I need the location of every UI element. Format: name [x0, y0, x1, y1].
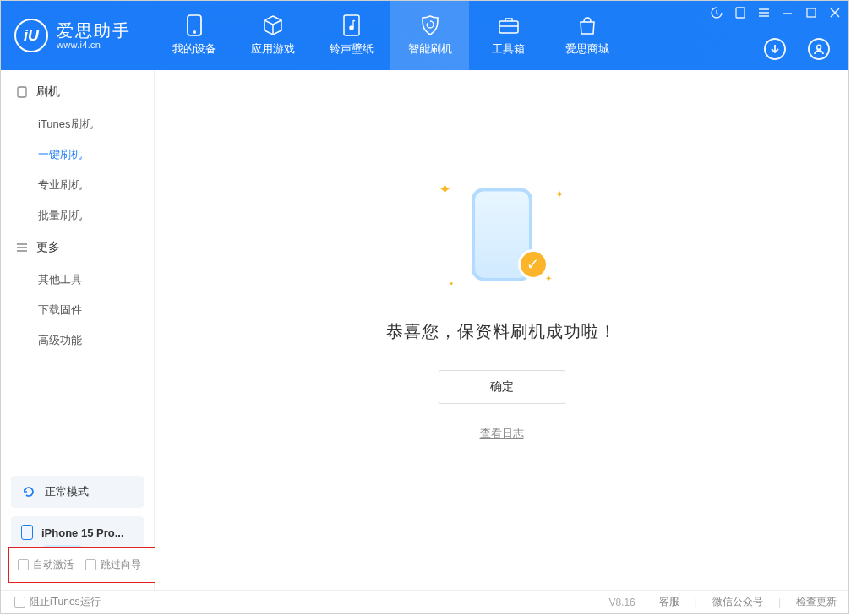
nav-tab-apps[interactable]: 应用游戏	[233, 1, 312, 70]
phone-device-icon	[21, 525, 33, 540]
auto-activate-checkbox[interactable]: 自动激活	[18, 558, 74, 572]
refresh-icon	[21, 484, 36, 499]
confirm-button[interactable]: 确定	[439, 370, 565, 404]
support-link[interactable]: 客服	[659, 595, 679, 609]
close-icon[interactable]	[828, 6, 842, 19]
bag-icon	[576, 14, 598, 36]
phone-window-icon[interactable]	[734, 6, 747, 19]
sparkle-icon: ✦	[555, 188, 564, 200]
device-name: iPhone 15 Pro...	[41, 526, 124, 539]
minimize-icon[interactable]	[781, 6, 794, 19]
mode-status-card[interactable]: 正常模式	[11, 476, 144, 508]
svg-rect-4	[499, 21, 518, 33]
app-header: iU 爱思助手 www.i4.cn 我的设备 应用游戏 铃声壁纸 智能刷机	[1, 1, 848, 70]
sidebar-group-flash: 刷机	[1, 75, 154, 109]
nav-tab-device[interactable]: 我的设备	[155, 1, 233, 70]
main-content: ✦ ✦ ✦ • ✓ 恭喜您，保资料刷机成功啦！ 确定 查看日志	[155, 70, 848, 590]
main-nav: 我的设备 应用游戏 铃声壁纸 智能刷机 工具箱 爱思商城	[155, 1, 626, 70]
sidebar-group-more: 更多	[1, 231, 154, 264]
menu-icon[interactable]	[757, 6, 771, 19]
check-badge-icon: ✓	[518, 249, 548, 280]
phone-small-icon	[16, 86, 28, 98]
app-logo-icon: iU	[14, 19, 48, 52]
success-message: 恭喜您，保资料刷机成功啦！	[386, 320, 617, 343]
shield-icon	[419, 14, 441, 36]
wechat-link[interactable]: 微信公众号	[712, 595, 763, 609]
version-label: V8.16	[608, 597, 635, 608]
svg-rect-8	[18, 87, 26, 97]
footer-bar: 阻止iTunes运行 V8.16 客服 | 微信公众号 | 检查更新	[1, 590, 848, 613]
block-itunes-checkbox[interactable]: 阻止iTunes运行	[14, 595, 101, 609]
skip-wizard-checkbox[interactable]: 跳过向导	[85, 558, 141, 572]
sparkle-icon: •	[450, 279, 454, 288]
sidebar-item-pro-flash[interactable]: 专业刷机	[1, 170, 154, 200]
cube-icon	[262, 14, 284, 36]
sidebar-item-download-firmware[interactable]: 下载固件	[1, 295, 154, 325]
sidebar-item-batch-flash[interactable]: 批量刷机	[1, 200, 154, 231]
nav-tab-store[interactable]: 爱思商城	[548, 1, 626, 70]
svg-point-7	[817, 46, 821, 50]
svg-rect-2	[344, 15, 359, 35]
window-controls	[710, 6, 842, 19]
svg-rect-6	[807, 8, 816, 17]
svg-point-3	[350, 26, 353, 30]
download-button[interactable]	[764, 38, 786, 60]
more-icon	[16, 242, 28, 253]
nav-tab-flash[interactable]: 智能刷机	[390, 1, 469, 70]
device-icon	[183, 14, 205, 36]
maximize-icon[interactable]	[805, 6, 818, 19]
app-url: www.i4.cn	[57, 40, 131, 50]
sidebar-item-oneclick-flash[interactable]: 一键刷机	[1, 139, 154, 170]
nav-tab-ringtones[interactable]: 铃声壁纸	[312, 1, 390, 70]
user-button[interactable]	[808, 38, 830, 60]
sparkle-icon: ✦	[545, 274, 552, 283]
sidebar-item-advanced[interactable]: 高级功能	[1, 325, 154, 356]
nav-tab-toolbox[interactable]: 工具箱	[469, 1, 548, 70]
svg-rect-5	[736, 8, 745, 18]
view-log-link[interactable]: 查看日志	[480, 426, 524, 441]
music-icon	[341, 14, 363, 36]
toolbox-icon	[498, 14, 520, 36]
sidebar-item-itunes-flash[interactable]: iTunes刷机	[1, 109, 154, 139]
feedback-icon[interactable]	[710, 6, 723, 19]
sparkle-icon: ✦	[439, 180, 451, 199]
check-update-link[interactable]: 检查更新	[796, 595, 837, 609]
sidebar: 刷机 iTunes刷机 一键刷机 专业刷机 批量刷机 更多 其他工具 下载固件 …	[1, 70, 155, 590]
logo-block: iU 爱思助手 www.i4.cn	[1, 1, 148, 70]
app-title: 爱思助手	[57, 21, 131, 40]
svg-point-1	[193, 31, 194, 33]
success-illustration: ✦ ✦ ✦ • ✓	[447, 185, 557, 295]
sidebar-item-other-tools[interactable]: 其他工具	[1, 264, 154, 295]
highlighted-options-box: 自动激活 跳过向导	[8, 547, 155, 583]
